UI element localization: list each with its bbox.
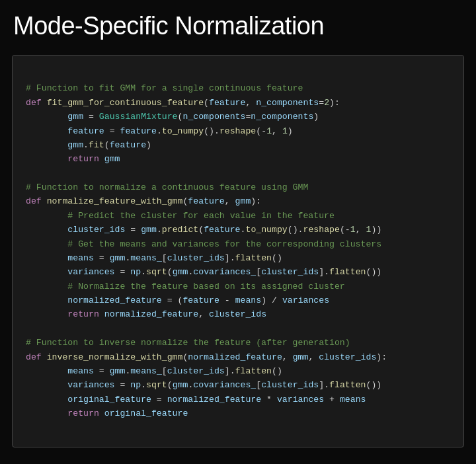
- page-title: Mode-Specific Normalization: [13, 12, 324, 40]
- code-container: # Function to fit GMM for a single conti…: [12, 55, 464, 447]
- code-block: # Function to fit GMM for a single conti…: [26, 67, 450, 435]
- title-bar: Mode-Specific Normalization: [0, 0, 476, 50]
